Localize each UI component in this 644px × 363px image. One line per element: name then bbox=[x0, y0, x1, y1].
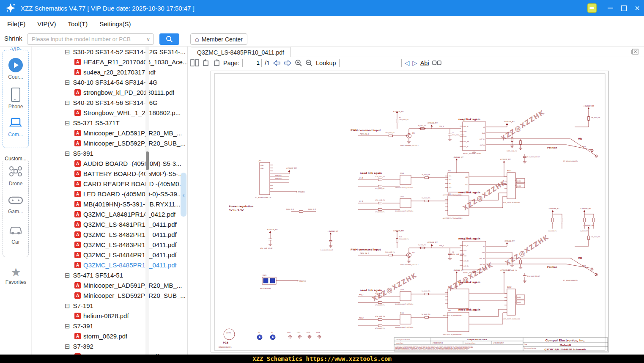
tree-folder-row[interactable]: ⊟S30-20 SF314-52 SF314-52G SF314-... bbox=[32, 47, 187, 57]
titleblock-text: 2011/06/04 bbox=[433, 342, 443, 344]
tree-file-row[interactable]: AMinicooper_LSD592P_R20_SUB_... bbox=[32, 138, 187, 148]
tree-folder-row[interactable]: ⊟S7-391 bbox=[32, 321, 187, 331]
shrink-button[interactable]: Shrink bbox=[4, 35, 22, 42]
hbridge-cluster-bottom: need link again need link again need lin… bbox=[358, 269, 525, 336]
sidebar-item-drone[interactable]: Drone bbox=[3, 165, 28, 187]
tree-file-row[interactable]: AMinicooper_LSD592P_R20_SUB_... bbox=[32, 290, 187, 300]
sidebar-item-favorites[interactable]: ★ Favorites bbox=[0, 267, 32, 285]
search-input[interactable] bbox=[31, 36, 146, 43]
tree-file-row[interactable]: ABATTERY BOARD-(405M0P)-S5-... bbox=[32, 168, 187, 179]
tree-scrollbar[interactable] bbox=[145, 47, 149, 355]
page-input[interactable] bbox=[242, 59, 262, 67]
tree-file-row[interactable]: Asu4ea_r20_20170317.pdf bbox=[32, 67, 187, 77]
tree-file-row[interactable]: AQ3ZMC_LS-8481PR10_0411.pdf bbox=[32, 219, 187, 229]
laptop-icon bbox=[9, 117, 22, 128]
tree-file-row[interactable]: AQ3ZMC_LS-8485PR10_0411.pdf bbox=[32, 260, 187, 270]
part-label: MMBT3904MBH_SOT323-3 bbox=[400, 145, 418, 146]
menu-item[interactable]: Settings(S) bbox=[93, 20, 137, 28]
sidebar-item-car[interactable]: Car bbox=[3, 225, 28, 245]
tree-file-row[interactable]: AQ3ZMC_LS-8483PR10_0411.pdf bbox=[32, 239, 187, 250]
read-mode-icon[interactable] bbox=[432, 60, 441, 66]
zoom-in-icon[interactable] bbox=[295, 59, 302, 67]
tab-document[interactable]: Q3ZMC_LS-8485PR10_0411.pdf bbox=[191, 47, 290, 57]
collapse-icon[interactable]: ⊟ bbox=[65, 99, 70, 106]
tree-item-label: storm_0629.pdf bbox=[83, 333, 127, 340]
tree-file-row[interactable]: AMinicooper_LAD591P_R20_MB_... bbox=[32, 128, 187, 138]
prev-page-icon[interactable] bbox=[273, 60, 281, 66]
pin-label: NC bbox=[483, 126, 485, 128]
next-page-icon[interactable] bbox=[284, 60, 292, 66]
ref-label: ZZ21 bbox=[226, 332, 231, 334]
collapse-icon[interactable]: ⊟ bbox=[65, 150, 70, 157]
match-case-icon[interactable]: Abi bbox=[420, 60, 429, 66]
tree-folder-row[interactable]: ⊟S40-10 SF314-54 SF314-54G bbox=[32, 77, 187, 87]
model-search-box[interactable]: ∨ bbox=[27, 33, 154, 45]
collapse-icon[interactable]: ⊟ bbox=[65, 120, 70, 126]
maximize-button[interactable] bbox=[617, 0, 630, 16]
tree-file-row[interactable]: AMB(4019HN)-S5-391-NB.RYX11... bbox=[32, 199, 187, 209]
minimize-button[interactable] bbox=[603, 0, 617, 16]
note-label: PWM command input bbox=[351, 248, 381, 251]
menu-item[interactable]: File(F) bbox=[1, 20, 31, 28]
tree-folder-row[interactable]: ⊟S5-471 SF514-51 bbox=[32, 270, 187, 280]
close-icon: × bbox=[635, 4, 640, 12]
rotate-right-icon[interactable] bbox=[213, 59, 220, 66]
chevron-down-icon[interactable]: ∨ bbox=[146, 36, 150, 42]
tree-folder-row[interactable]: ⊟S7-392 bbox=[32, 341, 187, 351]
close-all-tabs-icon[interactable] bbox=[631, 48, 639, 55]
sidebar-item-game[interactable]: Gam... bbox=[3, 195, 28, 214]
tree-folder-row[interactable]: ⊟S40-20 SF314-56 SF314-56G bbox=[32, 97, 187, 107]
pdf-canvas[interactable]: XZZ@XZZHK XZZ@XZZHK XZZ@XZZHK XZZ@XZZHK … bbox=[188, 69, 644, 355]
next-result-icon[interactable]: ▷ bbox=[412, 60, 417, 66]
search-button[interactable] bbox=[159, 33, 179, 45]
collapse-icon[interactable]: ⊟ bbox=[65, 79, 70, 85]
panel-collapse-handle[interactable]: ‹ bbox=[181, 173, 186, 217]
tree-file-row[interactable]: Ahelium-0828.pdf bbox=[32, 311, 187, 321]
sidebar-item-phone[interactable]: Phone bbox=[3, 88, 28, 110]
tree-item-label: S40-10 SF314-54 SF314-54G bbox=[73, 79, 158, 86]
pdf-icon: A bbox=[74, 181, 81, 187]
tree-file-row[interactable]: Astorm_0629.pdf bbox=[32, 331, 187, 341]
tree-folder-row[interactable]: ⊟S7-191 bbox=[32, 300, 187, 311]
tree-file-row[interactable]: Astrongbow_kl_PD_20180111.pdf bbox=[32, 87, 187, 97]
member-center-button[interactable]: ⌂ Member Center bbox=[190, 33, 247, 45]
menu-item[interactable]: Tool(T) bbox=[62, 20, 94, 28]
play-icon bbox=[8, 58, 23, 72]
tree-item-label: S5-391 bbox=[73, 150, 93, 157]
collapse-icon[interactable]: ⊟ bbox=[65, 302, 70, 309]
main-toolbar: Shrink ∨ ⌂ Member Center bbox=[0, 32, 644, 47]
note-label: need link again bbox=[458, 237, 480, 240]
license-icon[interactable] bbox=[587, 3, 597, 13]
lookup-input[interactable] bbox=[339, 59, 402, 67]
collapse-icon[interactable]: ⊟ bbox=[65, 343, 70, 349]
tree-file-row[interactable]: AHE4EA_R11_20170406_1030_Ace... bbox=[32, 57, 187, 67]
tree-file-row[interactable]: AMinicooper_LAD591P_R20_MB_... bbox=[32, 280, 187, 290]
tree-file-row[interactable]: ACARD READER BOARD -(405M0... bbox=[32, 179, 187, 189]
net-label: +3VALW_MT bbox=[500, 269, 511, 271]
tree-file-row[interactable]: AQ3ZMC_LS-8482PR10_0411.pdf bbox=[32, 229, 187, 239]
menu-item[interactable]: VIP(V) bbox=[31, 20, 62, 28]
tree-file-row[interactable]: ALED BOARD -(405M0O-0)-S5-39... bbox=[32, 189, 187, 199]
tree-file-row[interactable]: AQ3ZMC_LA8481PR1A_0412.pdf bbox=[32, 209, 187, 219]
close-button[interactable]: × bbox=[630, 0, 644, 16]
collapse-icon[interactable]: ⊟ bbox=[65, 49, 70, 55]
tree-file-row[interactable]: AStrongbow_WHL_1_20180802.p... bbox=[32, 107, 187, 118]
sidebar-item-course[interactable]: Cour... bbox=[3, 58, 28, 80]
tree-folder-row[interactable]: ⊟S5-371 S5-371T bbox=[32, 118, 187, 128]
tree-file-row[interactable]: AQ3ZMC_LS-8484PR10_0411.pdf bbox=[32, 250, 187, 260]
collapse-icon[interactable]: ⊟ bbox=[65, 323, 70, 329]
sidebar-item-computer[interactable]: Com... bbox=[3, 117, 28, 138]
rotate-left-icon[interactable] bbox=[202, 59, 210, 66]
tree-folder-row[interactable]: ⊟S5-391 bbox=[32, 148, 187, 158]
tree-file-row[interactable]: AStorm2_12202-1_0408.pdf bbox=[32, 351, 187, 355]
tree-file-row[interactable]: AAUDIO BOARD -(405M0M)-S5-3... bbox=[32, 158, 187, 168]
prev-result-icon[interactable]: ◁ bbox=[405, 60, 410, 66]
ref-label: C1 bbox=[452, 132, 454, 134]
value-label: 8.1U_0402_16V4Z bbox=[527, 275, 540, 277]
zoom-out-icon[interactable] bbox=[305, 59, 313, 67]
collapse-icon[interactable]: ⊟ bbox=[65, 272, 70, 278]
pages-layout-icon[interactable] bbox=[190, 59, 199, 66]
tree-scrollbar-thumb[interactable] bbox=[146, 151, 149, 170]
net-label: +3VALW_MT bbox=[548, 207, 559, 209]
pdf-icon: A bbox=[74, 282, 81, 289]
